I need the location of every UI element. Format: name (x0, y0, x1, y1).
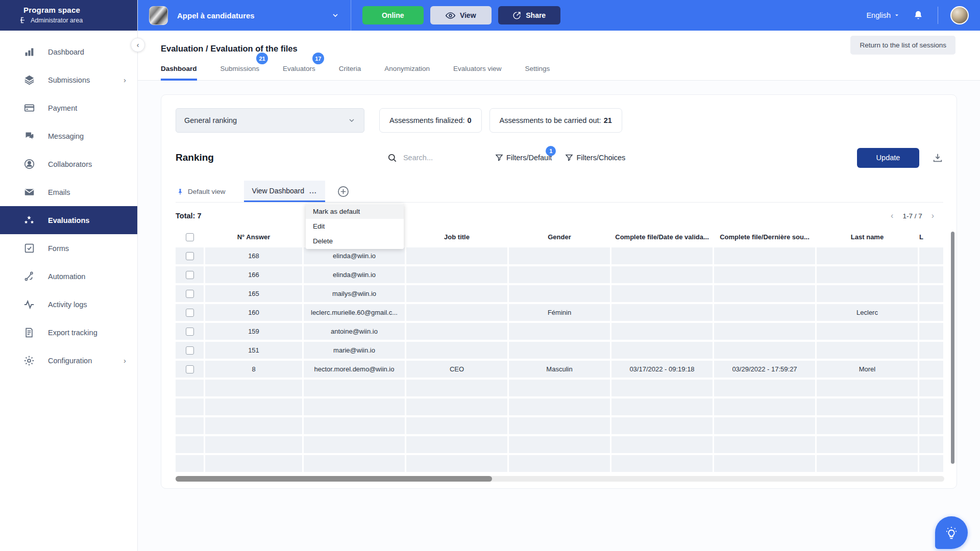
row-checkbox[interactable] (186, 290, 194, 298)
row-checkbox[interactable] (186, 309, 194, 317)
table-row[interactable]: 166elinda@wiin.io (176, 266, 943, 283)
column-header[interactable]: L (919, 229, 943, 245)
share-button[interactable]: Share (498, 6, 560, 24)
tab-submissions[interactable]: Submissions21 (220, 65, 260, 81)
table-cell (919, 398, 943, 415)
vertical-scrollbar[interactable] (951, 232, 954, 464)
table-cell (509, 247, 610, 264)
sidebar-item-activity-logs[interactable]: Activity logs (0, 290, 137, 318)
horizontal-scrollbar-track[interactable] (176, 476, 944, 482)
table-cell (611, 436, 713, 453)
sidebar-item-collaborators[interactable]: Collaborators (0, 150, 137, 178)
pagination-next-icon[interactable]: › (932, 211, 934, 220)
sidebar-item-messaging[interactable]: Messaging (0, 122, 137, 150)
table-row[interactable]: 159antoine@wiin.io (176, 323, 943, 340)
tab-dashboard[interactable]: Dashboard (161, 65, 197, 81)
pagination-prev-icon[interactable]: ‹ (891, 211, 893, 220)
sidebar-item-label: Payment (48, 104, 77, 112)
sidebar-item-forms[interactable]: Forms (0, 234, 137, 262)
sidebar-item-emails[interactable]: Emails (0, 178, 137, 206)
add-view-button[interactable] (337, 181, 349, 202)
online-button[interactable]: Online (362, 6, 424, 24)
row-checkbox[interactable] (186, 328, 194, 336)
filters-default-button[interactable]: Filters/Default 1 (495, 154, 552, 162)
view-dashboard-tab[interactable]: View Dashboard ... (244, 181, 325, 202)
program-name[interactable]: Appel à candidatures (177, 11, 255, 20)
user-avatar[interactable] (950, 6, 969, 24)
tab-criteria[interactable]: Criteria (339, 65, 361, 81)
sidebar-collapse-button[interactable]: ‹ (131, 38, 145, 52)
table-row[interactable] (176, 398, 943, 415)
column-header[interactable]: Gender (509, 229, 610, 245)
table-row[interactable]: 160leclerc.murielle.60@gmail.c...Féminin… (176, 304, 943, 321)
table-row[interactable]: 8hector.morel.demo@wiin.ioCEOMasculin03/… (176, 361, 943, 378)
row-checkbox[interactable] (186, 346, 194, 355)
table-cell (611, 285, 713, 302)
row-checkbox[interactable] (186, 365, 194, 373)
column-header[interactable]: Job title (406, 229, 507, 245)
column-header[interactable]: N° Answer (205, 229, 302, 245)
administrator-area-link[interactable]: Administrator area (19, 16, 137, 24)
tab-label: Anonymization (384, 65, 430, 72)
tab-evaluators[interactable]: Evaluators17 (283, 65, 315, 81)
help-lightbulb-button[interactable] (935, 516, 968, 549)
search-icon (387, 153, 397, 163)
table-row[interactable] (176, 417, 943, 434)
program-thumbnail[interactable] (149, 6, 168, 25)
sidebar-item-payment[interactable]: Payment (0, 94, 137, 122)
table-cell (509, 398, 610, 415)
table-row[interactable] (176, 436, 943, 453)
row-checkbox[interactable] (186, 252, 194, 260)
table-row[interactable] (176, 455, 943, 472)
filters-choices-button[interactable]: Filters/Choices (565, 154, 625, 162)
table-row[interactable]: 165mailys@wiin.io (176, 285, 943, 302)
sidebar-item-dashboard[interactable]: Dashboard (0, 38, 137, 66)
sidebar-item-configuration[interactable]: Configuration› (0, 346, 137, 374)
tab-evaluators-view[interactable]: Evaluators view (453, 65, 502, 81)
more-options-icon[interactable]: ... (309, 187, 317, 195)
update-button[interactable]: Update (857, 148, 919, 168)
menu-item-edit[interactable]: Edit (306, 219, 404, 234)
table-cell (714, 380, 815, 396)
tab-settings[interactable]: Settings (525, 65, 550, 81)
table-cell (611, 247, 713, 264)
table-cell (611, 304, 713, 321)
menu-item-mark-as-default[interactable]: Mark as default (306, 204, 404, 219)
chevron-down-icon (894, 12, 900, 18)
horizontal-scrollbar-thumb[interactable] (176, 476, 492, 482)
table-row[interactable]: 168elinda@wiin.io (176, 247, 943, 264)
search-input[interactable] (403, 154, 464, 162)
default-view-tab[interactable]: Default view (176, 181, 233, 202)
table-cell: 8 (205, 361, 302, 378)
table-cell (919, 266, 943, 283)
row-checkbox[interactable] (186, 271, 194, 279)
sidebar-item-submissions[interactable]: Submissions› (0, 66, 137, 94)
column-header[interactable]: Last name (817, 229, 918, 245)
ranking-table: N° AnswerJob titleGenderComplete file/Da… (176, 229, 943, 474)
program-chevron-down-icon[interactable] (331, 11, 339, 19)
return-to-sessions-button[interactable]: Return to the list of sessions (850, 36, 955, 55)
view-button-label: View (460, 11, 476, 19)
ranking-type-select[interactable]: General ranking (176, 108, 364, 133)
table-row[interactable]: 151marie@wiin.io (176, 342, 943, 359)
download-icon[interactable] (932, 152, 943, 163)
table-cell (817, 266, 918, 283)
menu-item-delete[interactable]: Delete (306, 234, 404, 248)
carried-value: 21 (604, 116, 612, 124)
sidebar-item-evaluations[interactable]: Evaluations (0, 206, 137, 234)
view-button[interactable]: View (430, 6, 492, 24)
language-selector[interactable]: English (866, 11, 900, 19)
select-all-checkbox[interactable] (186, 233, 194, 241)
column-header[interactable]: Complete file/Date de valida... (611, 229, 713, 245)
table-row[interactable] (176, 380, 943, 396)
table-cell: 160 (205, 304, 302, 321)
content-area: General ranking Assessments finalized: 0… (138, 81, 980, 551)
tab-anonymization[interactable]: Anonymization (384, 65, 430, 81)
sidebar-item-automation[interactable]: Automation (0, 262, 137, 290)
column-header[interactable]: Complete file/Dernière sou... (714, 229, 815, 245)
filters-choices-label: Filters/Choices (576, 154, 625, 162)
notifications-bell-icon[interactable] (913, 10, 923, 20)
credit-card-icon (23, 103, 35, 114)
plus-circle-icon (337, 186, 349, 197)
sidebar-item-export-tracking[interactable]: Export tracking (0, 318, 137, 346)
